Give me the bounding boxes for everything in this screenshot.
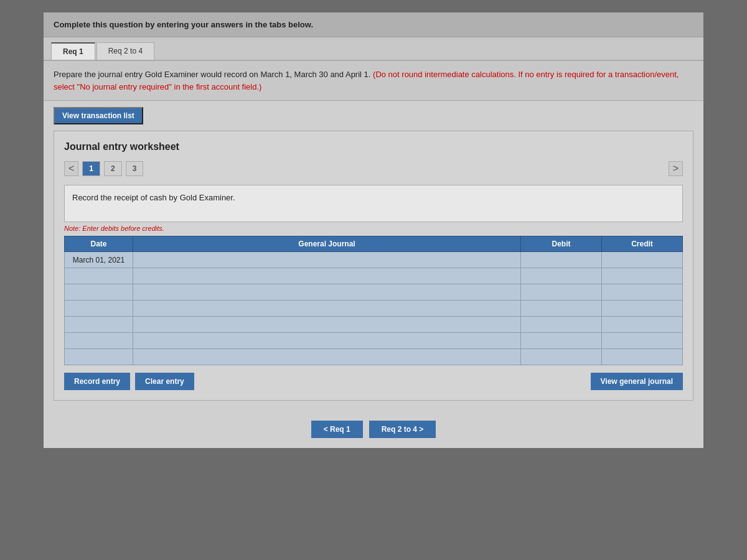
prev-page-button[interactable]: <: [64, 161, 78, 176]
description-box: Prepare the journal entry Gold Examiner …: [44, 61, 703, 101]
table-row: [65, 333, 683, 349]
record-entry-button[interactable]: Record entry: [64, 373, 130, 390]
next-page-button[interactable]: >: [669, 161, 683, 176]
row-3-credit[interactable]: [602, 301, 683, 317]
page-2-button[interactable]: 2: [104, 161, 122, 176]
row-0-debit-input[interactable]: [521, 252, 601, 268]
table-row: March 01, 2021: [65, 252, 683, 268]
row-5-gj[interactable]: [133, 333, 521, 349]
row-6-credit-input[interactable]: [602, 349, 682, 365]
row-1-debit-input[interactable]: [521, 268, 601, 284]
action-buttons: Record entry Clear entry View general jo…: [64, 373, 683, 390]
row-4-credit[interactable]: [602, 317, 683, 333]
row-5-credit[interactable]: [602, 333, 683, 349]
worksheet-container: Journal entry worksheet < 1 2 3 > Record…: [54, 131, 693, 401]
col-header-debit: Debit: [521, 236, 602, 252]
table-row: [65, 349, 683, 365]
col-header-credit: Credit: [602, 236, 683, 252]
instruction-text: Complete this question by entering your …: [54, 20, 313, 29]
row-0-gj[interactable]: [133, 252, 521, 268]
row-5-debit[interactable]: [521, 333, 602, 349]
next-req-button[interactable]: Req 2 to 4 >: [369, 421, 436, 438]
tab-req2to4[interactable]: Req 2 to 4: [96, 42, 154, 60]
row-6-debit-input[interactable]: [521, 349, 601, 365]
row-3-gj-input[interactable]: [133, 301, 520, 316]
row-0-credit-input[interactable]: [602, 252, 682, 268]
row-3-debit[interactable]: [521, 301, 602, 317]
row-5-date: [65, 333, 133, 349]
table-row: [65, 284, 683, 301]
row-3-debit-input[interactable]: [521, 301, 601, 316]
row-6-gj-input[interactable]: [133, 349, 520, 365]
row-3-credit-input[interactable]: [602, 301, 682, 316]
row-4-date: [65, 317, 133, 333]
row-6-debit[interactable]: [521, 349, 602, 365]
clear-entry-button[interactable]: Clear entry: [135, 373, 194, 390]
page-navigation: < 1 2 3 >: [64, 161, 683, 176]
row-3-gj[interactable]: [133, 301, 521, 317]
tab-req1[interactable]: Req 1: [51, 42, 95, 60]
col-header-date: Date: [65, 236, 133, 252]
row-1-credit[interactable]: [602, 268, 683, 284]
row-1-date: [65, 268, 133, 284]
bottom-navigation: < Req 1 Req 2 to 4 >: [44, 411, 703, 448]
row-4-credit-input[interactable]: [602, 317, 682, 332]
row-1-gj-input[interactable]: [133, 268, 520, 284]
table-row: [65, 268, 683, 284]
row-2-credit[interactable]: [602, 284, 683, 301]
row-0-credit[interactable]: [602, 252, 683, 268]
col-header-general-journal: General Journal: [133, 236, 521, 252]
row-4-gj[interactable]: [133, 317, 521, 333]
top-instruction: Complete this question by entering your …: [44, 12, 703, 37]
prev-req-button[interactable]: < Req 1: [311, 421, 363, 438]
row-4-debit[interactable]: [521, 317, 602, 333]
view-general-journal-button[interactable]: View general journal: [591, 373, 683, 390]
worksheet-title: Journal entry worksheet: [64, 141, 683, 152]
tabs-bar: Req 1 Req 2 to 4: [44, 37, 703, 61]
row-6-credit[interactable]: [602, 349, 683, 365]
note-text: Note: Enter debits before credits.: [64, 225, 683, 232]
row-0-date: March 01, 2021: [65, 252, 133, 268]
row-4-gj-input[interactable]: [133, 317, 520, 332]
row-0-debit[interactable]: [521, 252, 602, 268]
row-5-credit-input[interactable]: [602, 333, 682, 348]
page-3-button[interactable]: 3: [126, 161, 144, 176]
row-2-credit-input[interactable]: [602, 284, 682, 300]
view-transaction-button[interactable]: View transaction list: [54, 107, 143, 124]
row-2-date: [65, 284, 133, 301]
table-row: [65, 301, 683, 317]
main-container: Complete this question by entering your …: [44, 12, 703, 448]
row-0-gj-input[interactable]: [133, 252, 520, 268]
row-5-debit-input[interactable]: [521, 333, 601, 348]
row-1-debit[interactable]: [521, 268, 602, 284]
row-2-debit[interactable]: [521, 284, 602, 301]
page-1-button[interactable]: 1: [82, 161, 100, 176]
row-2-gj-input[interactable]: [133, 284, 520, 300]
entry-description: Record the receipt of cash by Gold Exami…: [64, 185, 683, 222]
description-text: Prepare the journal entry Gold Examiner …: [54, 70, 370, 79]
row-6-gj[interactable]: [133, 349, 521, 365]
row-2-gj[interactable]: [133, 284, 521, 301]
row-5-gj-input[interactable]: [133, 333, 520, 348]
row-2-debit-input[interactable]: [521, 284, 601, 300]
journal-table: Date General Journal Debit Credit: [64, 236, 683, 365]
row-6-date: [65, 349, 133, 365]
table-row: [65, 317, 683, 333]
row-4-debit-input[interactable]: [521, 317, 601, 332]
row-1-credit-input[interactable]: [602, 268, 682, 284]
row-1-gj[interactable]: [133, 268, 521, 284]
row-3-date: [65, 301, 133, 317]
